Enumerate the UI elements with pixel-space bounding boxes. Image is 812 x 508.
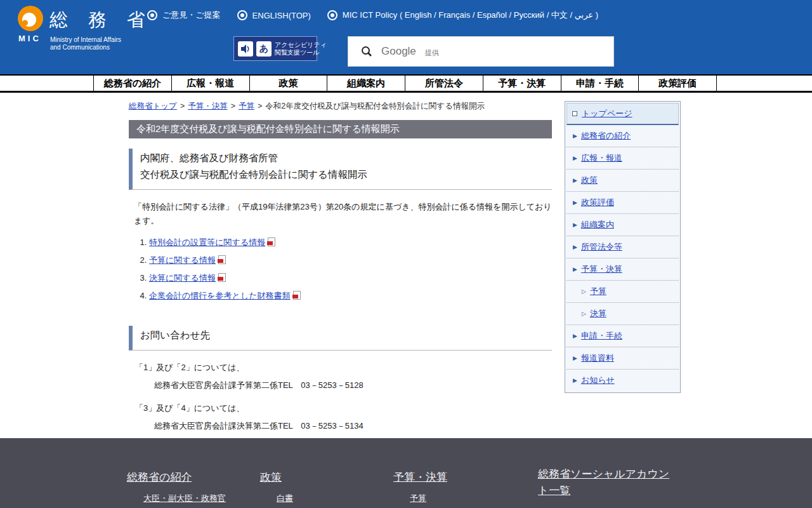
document-link-4[interactable]: 企業会計の慣行を参考とした財務書類 (149, 291, 291, 300)
breadcrumb-link-yosan[interactable]: 予算 (239, 102, 254, 110)
contact-entry: 「3」及び「4」については、 総務省大臣官房会計課決算第二係TEL 03－525… (135, 403, 552, 432)
footer-link-policy[interactable]: 政策 (260, 471, 282, 483)
site-footer: 総務省の紹介 大臣・副大臣・政務官 政策 白書 予算・決算 予算 総務省ソーシャ… (0, 438, 812, 508)
sidebar-item-top-page[interactable]: トップページ (566, 103, 679, 125)
feedback-link[interactable]: ご意見・ご提案 (147, 10, 221, 21)
sidebar-item-laws[interactable]: ▶ 所管法令等 (566, 236, 679, 258)
sidebar-subitem-kessan[interactable]: ▷ 決算 (566, 303, 679, 325)
sidebar-item-notices[interactable]: ▶ お知らせ (566, 370, 679, 391)
pdf-icon[interactable] (218, 273, 226, 282)
footer-column-social: 総務省ソーシャルアカウント一覧 (538, 466, 679, 499)
footer-link-ministers[interactable]: 大臣・副大臣・政務官 (143, 493, 226, 503)
document-link-1[interactable]: 特別会計の設置等に関する情報 (149, 237, 265, 247)
footer-link-yosan[interactable]: 予算 (410, 493, 426, 503)
site-header: MIC 総 務 省 Ministry of Internal Affairs a… (0, 0, 812, 74)
hiragana-a-icon: あ (256, 41, 272, 57)
triangle-right-icon: ▶ (573, 199, 577, 206)
pdf-icon[interactable] (218, 255, 226, 264)
breadcrumb: 総務省トップ>予算・決算>予算>令和2年度交付税及び譲与税配付金特別会計に関する… (129, 101, 552, 112)
nav-item-laws[interactable]: 所管法令 (405, 76, 483, 91)
contact-label: 「1」及び「2」については、 (135, 362, 552, 373)
sidebar-item-label[interactable]: 政策評価 (581, 197, 614, 208)
footer-column-policy: 政策 白書 (260, 470, 293, 504)
mic-ict-policy-link[interactable]: MIC ICT Policy ( English / Français / Es… (327, 10, 598, 21)
section-heading: 内閣府、総務省及び財務省所管 交付税及び譲与税配付金特別会計に関する情報開示 (129, 149, 552, 190)
sidebar-top-link[interactable]: トップページ (582, 108, 632, 119)
document-link-3[interactable]: 決算に関する情報 (149, 273, 216, 283)
accessibility-label-line2: 閲覧支援ツール (275, 49, 319, 56)
sidebar-item-label[interactable]: 広報・報道 (581, 152, 622, 164)
intro-paragraph: 「特別会計に関する法律」（平成19年法律第23号）第20条の規定に基づき、特別会… (134, 200, 552, 228)
contact-detail: 総務省大臣官房会計課決算第二係TEL 03－5253－5134 (154, 420, 552, 432)
sidebar-item-organization[interactable]: ▶ 組織案内 (566, 214, 679, 236)
breadcrumb-link-home[interactable]: 総務省トップ (129, 102, 177, 110)
page-title: 令和2年度交付税及び譲与税配付金特別会計に関する情報開示 (129, 120, 552, 138)
footer-link-budget[interactable]: 予算・決算 (393, 471, 447, 483)
triangle-right-icon: ▶ (573, 155, 577, 161)
sidebar-item-press-materials[interactable]: ▶ 報道資料 (566, 347, 679, 370)
search-icon (361, 46, 372, 57)
nav-item-policy[interactable]: 政策 (249, 76, 327, 91)
nav-item-organization[interactable]: 組織案内 (327, 76, 405, 91)
mic-logo-icon[interactable] (17, 5, 44, 32)
sidebar-item-press[interactable]: ▶ 広報・報道 (566, 147, 679, 170)
triangle-right-icon: ▶ (573, 222, 577, 228)
triangle-right-icon: ▶ (573, 266, 577, 272)
triangle-right-icon: ▶ (573, 333, 577, 339)
document-link-2[interactable]: 予算に関する情報 (149, 255, 216, 265)
triangle-right-icon: ▶ (573, 355, 577, 361)
nav-item-press[interactable]: 広報・報道 (171, 76, 249, 91)
footer-link-social-accounts[interactable]: 総務省ソーシャルアカウント一覧 (538, 468, 669, 497)
sidebar-item-label[interactable]: 予算 (590, 286, 606, 297)
sidebar-subitem-yosan[interactable]: ▷ 予算 (566, 281, 679, 303)
list-item: 企業会計の慣行を参考とした財務書類 (149, 290, 552, 302)
site-search-input[interactable]: Google 提供 (348, 36, 614, 67)
breadcrumb-separator: > (231, 102, 235, 110)
global-nav-inner: 総務省の紹介 広報・報道 政策 組織案内 所管法令 予算・決算 申請・手続 政策… (93, 76, 717, 91)
sidebar-item-budget[interactable]: ▶ 予算・決算 (566, 258, 679, 281)
sidebar-item-label[interactable]: 予算・決算 (581, 264, 622, 275)
sidebar-item-label[interactable]: 総務省の紹介 (581, 130, 631, 142)
sidebar-item-label[interactable]: 報道資料 (581, 352, 614, 364)
sidebar-item-label[interactable]: 申請・手続 (581, 330, 622, 342)
breadcrumb-link-budget[interactable]: 予算・決算 (188, 102, 228, 110)
pdf-icon[interactable] (268, 237, 275, 246)
sidebar-item-label[interactable]: 決算 (590, 308, 606, 319)
sidebar-item-about[interactable]: ▶ 総務省の紹介 (566, 125, 679, 147)
contact-heading: お問い合わせ先 (129, 326, 552, 351)
footer-link-about[interactable]: 総務省の紹介 (127, 471, 192, 483)
triangle-right-icon: ▶ (573, 177, 577, 184)
nav-item-about[interactable]: 総務省の紹介 (93, 76, 171, 91)
footer-link-whitepaper[interactable]: 白書 (277, 493, 293, 503)
sidebar-menu: トップページ ▶ 総務省の紹介 ▶ 広報・報道 ▶ 政策 ▶ 政策評価 ▶ 組織… (565, 101, 681, 393)
sidebar-item-label[interactable]: お知らせ (581, 375, 615, 386)
square-bullet-icon (572, 111, 577, 116)
global-nav: 総務省の紹介 広報・報道 政策 組織案内 所管法令 予算・決算 申請・手続 政策… (0, 74, 812, 93)
pdf-icon[interactable] (293, 291, 301, 300)
sidebar-item-label[interactable]: 組織案内 (581, 219, 614, 231)
ministry-subtitle-line1: Ministry of Internal Affairs (50, 36, 121, 43)
section-heading-line2: 交付税及び譲与税配付金特別会計に関する情報開示 (140, 169, 367, 180)
sidebar-item-policy[interactable]: ▶ 政策 (566, 170, 679, 192)
english-top-link[interactable]: ENGLISH(TOP) (237, 10, 311, 20)
sidebar-item-policy-evaluation[interactable]: ▶ 政策評価 (566, 192, 679, 214)
circle-bullet-icon (147, 10, 157, 20)
accessibility-tool-button[interactable]: あ アクセシビリティ 閲覧支援ツール (233, 36, 317, 61)
triangle-right-outline-icon: ▷ (582, 311, 586, 317)
sidebar-item-applications[interactable]: ▶ 申請・手続 (566, 325, 679, 347)
nav-item-policy-evaluation[interactable]: 政策評価 (638, 76, 717, 91)
sidebar-item-label[interactable]: 政策 (581, 175, 598, 186)
breadcrumb-separator: > (180, 102, 185, 110)
nav-item-budget[interactable]: 予算・決算 (483, 76, 561, 91)
contact-label: 「3」及び「4」については、 (135, 403, 552, 414)
nav-item-applications[interactable]: 申請・手続 (561, 76, 639, 91)
circle-bullet-icon (327, 10, 337, 20)
sidebar-item-label[interactable]: 所管法令等 (581, 241, 622, 253)
search-provider-brand: Google (381, 45, 416, 58)
footer-column-about: 総務省の紹介 大臣・副大臣・政務官 (127, 470, 226, 504)
accessibility-label-line1: アクセシビリティ (275, 41, 327, 48)
section-heading-line1: 内閣府、総務省及び財務省所管 (140, 152, 278, 163)
footer-column-budget: 予算・決算 予算 (393, 470, 447, 504)
speaker-icon (238, 41, 253, 57)
ministry-title: 総 務 省 (49, 8, 153, 33)
